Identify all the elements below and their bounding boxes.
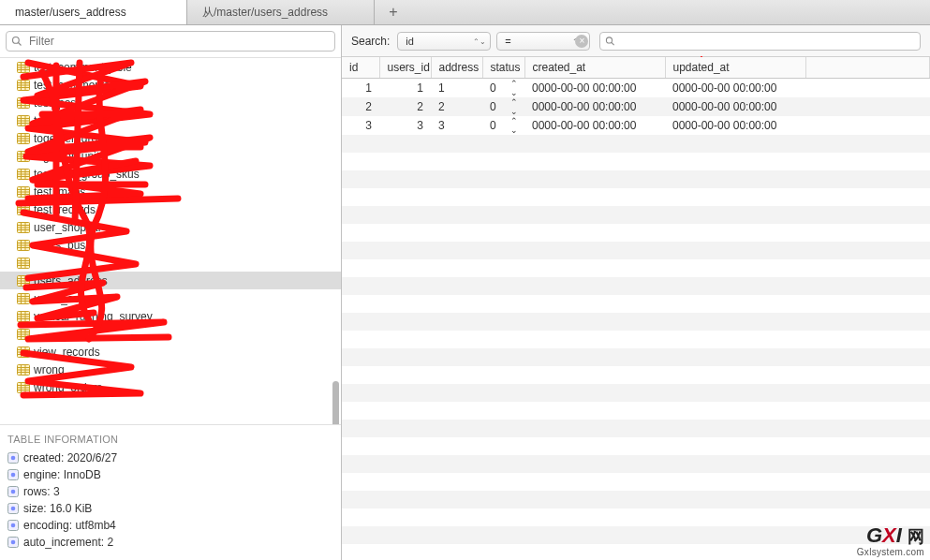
empty-row bbox=[342, 170, 930, 188]
sidebar-item[interactable]: users_address bbox=[0, 272, 341, 289]
col-id[interactable]: id bbox=[342, 57, 379, 79]
sidebar-item-label: test_videos bbox=[34, 114, 91, 127]
chevron-updown-icon: ⌃⌄ bbox=[473, 37, 486, 45]
search-field-select[interactable]: id ⌃⌄ bbox=[397, 32, 491, 51]
table-info-row: size: 16.0 KiB bbox=[4, 500, 337, 517]
empty-row bbox=[342, 437, 930, 455]
empty-row bbox=[342, 206, 930, 224]
table-info-row: rows: 3 bbox=[4, 483, 337, 500]
sidebar-item[interactable] bbox=[0, 325, 341, 343]
sidebar-item[interactable]: view_records bbox=[0, 343, 341, 361]
sidebar-item[interactable]: wrong_orders bbox=[0, 378, 341, 396]
empty-row bbox=[342, 473, 930, 491]
svg-point-121 bbox=[11, 490, 16, 494]
sidebar-item[interactable]: test_comment_able bbox=[0, 58, 341, 76]
cell-updated-at[interactable]: 0000-00-00 00:00:00 bbox=[665, 116, 805, 135]
info-text: auto_increment: 2 bbox=[23, 536, 113, 549]
sidebar-item[interactable] bbox=[0, 254, 341, 272]
cell-address[interactable]: 2 bbox=[431, 97, 482, 116]
col-updated-at[interactable]: updated_at bbox=[665, 57, 805, 79]
empty-row bbox=[342, 277, 930, 295]
filter-input[interactable] bbox=[6, 31, 335, 52]
cell-id[interactable]: 3 bbox=[342, 116, 379, 135]
svg-point-127 bbox=[11, 540, 16, 545]
empty-row bbox=[342, 348, 930, 366]
scrollbar-thumb[interactable] bbox=[332, 381, 339, 424]
empty-row bbox=[342, 402, 930, 420]
sidebar-item-label: wrong bbox=[34, 363, 65, 376]
sidebar-item[interactable]: user_shopcar bbox=[0, 218, 341, 236]
sidebar-item[interactable]: test_maps bbox=[0, 183, 341, 200]
table-icon bbox=[17, 97, 30, 109]
cell-id[interactable]: 1 bbox=[342, 79, 379, 98]
table-icon bbox=[17, 329, 30, 340]
empty-row bbox=[342, 242, 930, 259]
table-row[interactable]: 2220⌃⌄0000-00-00 00:00:000000-00-00 00:0… bbox=[342, 97, 930, 116]
sidebar-item-label: test_comment_able bbox=[34, 61, 132, 74]
cell-created-at[interactable]: 0000-00-00 00:00:00 bbox=[524, 97, 665, 116]
cell-users-id[interactable]: 3 bbox=[379, 116, 431, 135]
cell-address[interactable]: 3 bbox=[431, 116, 482, 135]
search-input[interactable] bbox=[599, 32, 921, 51]
cell-created-at[interactable]: 0000-00-00 00:00:00 bbox=[524, 79, 665, 98]
stepper-icon[interactable]: ⌃⌄ bbox=[504, 97, 525, 116]
tab-label: 从/master/users_address bbox=[202, 5, 328, 21]
sidebar-item[interactable]: together_group_skus bbox=[0, 165, 341, 183]
cell-id[interactable]: 2 bbox=[342, 97, 379, 116]
empty-row bbox=[342, 331, 930, 348]
table-icon bbox=[17, 240, 30, 251]
sidebar-item-label: user_shopcar bbox=[34, 221, 102, 234]
info-bullet-icon bbox=[7, 503, 19, 514]
cell-address[interactable]: 1 bbox=[431, 79, 482, 98]
sidebar-item[interactable]: wrong bbox=[0, 361, 341, 378]
info-bullet-icon bbox=[7, 537, 19, 548]
col-status[interactable]: status bbox=[482, 57, 524, 79]
cell-updated-at[interactable]: 0000-00-00 00:00:00 bbox=[665, 97, 805, 116]
col-address[interactable]: address bbox=[431, 57, 482, 79]
data-grid[interactable]: id users_id address status created_at up… bbox=[342, 57, 930, 560]
sidebar-item-label: users_push bbox=[34, 239, 92, 252]
empty-row bbox=[342, 313, 930, 331]
cell-updated-at[interactable]: 0000-00-00 00:00:00 bbox=[665, 79, 805, 98]
sidebar-item[interactable]: test_videos bbox=[0, 111, 341, 129]
table-tree[interactable]: test_comment_abletest_commentstest_postt… bbox=[0, 58, 341, 424]
cell-status[interactable]: 0 bbox=[482, 79, 504, 98]
sidebar-item[interactable]: together_groups bbox=[0, 129, 341, 147]
table-icon bbox=[17, 275, 30, 287]
tab-master[interactable]: master/users_address bbox=[0, 0, 187, 24]
cell-created-at[interactable]: 0000-00-00 00:00:00 bbox=[524, 116, 665, 135]
sidebar-item-label: vertical_running_survey bbox=[34, 310, 153, 323]
stepper-icon[interactable]: ⌃⌄ bbox=[504, 116, 525, 135]
sidebar-item[interactable]: test_records bbox=[0, 200, 341, 218]
sidebar-item[interactable]: test_comments bbox=[0, 76, 341, 94]
sidebar-item[interactable]: users_coupons bbox=[0, 289, 341, 307]
empty-row bbox=[342, 153, 930, 170]
search-bar: Search: id ⌃⌄ = ⌃⌄ × bbox=[342, 25, 930, 57]
empty-row bbox=[342, 295, 930, 313]
cell-users-id[interactable]: 1 bbox=[379, 79, 431, 98]
clear-search-button[interactable]: × bbox=[575, 35, 588, 48]
tab-slave[interactable]: 从/master/users_address bbox=[187, 0, 375, 24]
sidebar-item[interactable]: together_units bbox=[0, 147, 341, 165]
table-icon bbox=[17, 293, 30, 304]
empty-row bbox=[342, 366, 930, 384]
sidebar-item[interactable]: users_push bbox=[0, 236, 341, 254]
col-users-id[interactable]: users_id bbox=[379, 57, 431, 79]
col-created-at[interactable]: created_at bbox=[524, 57, 665, 79]
table-row[interactable]: 1110⌃⌄0000-00-00 00:00:000000-00-00 00:0… bbox=[342, 79, 930, 98]
cell-status[interactable]: 0 bbox=[482, 116, 504, 135]
table-icon bbox=[17, 80, 30, 91]
sidebar-item[interactable]: vertical_running_survey bbox=[0, 307, 341, 325]
table-info-row: created: 2020/6/27 bbox=[4, 449, 337, 466]
table-row[interactable]: 3330⌃⌄0000-00-00 00:00:000000-00-00 00:0… bbox=[342, 116, 930, 135]
tab-add-button[interactable]: + bbox=[375, 0, 412, 24]
cell-status[interactable]: 0 bbox=[482, 97, 504, 116]
stepper-icon[interactable]: ⌃⌄ bbox=[504, 79, 525, 98]
table-icon bbox=[17, 311, 30, 322]
table-icon bbox=[17, 169, 30, 180]
cell-users-id[interactable]: 2 bbox=[379, 97, 431, 116]
sidebar-item[interactable]: test_post bbox=[0, 94, 341, 111]
table-icon bbox=[17, 222, 30, 233]
table-icon bbox=[17, 151, 30, 162]
empty-row bbox=[342, 135, 930, 153]
